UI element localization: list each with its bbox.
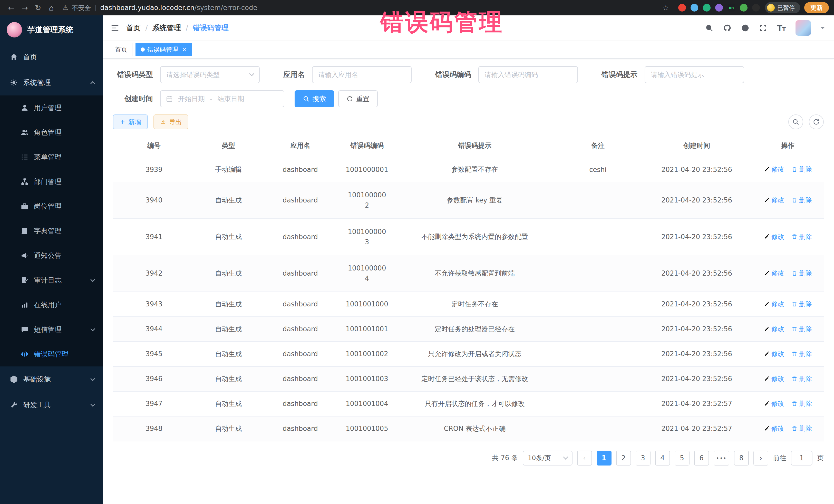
error-type-select[interactable]: 请选择错误码类型 — [160, 66, 260, 83]
tab-error-code[interactable]: 错误码管理 × — [135, 43, 192, 56]
extension-icons: on — [678, 4, 760, 12]
edit-link[interactable]: 修改 — [764, 300, 784, 308]
github-icon[interactable] — [723, 24, 731, 32]
page-button-2[interactable]: 2 — [616, 451, 631, 465]
user-avatar[interactable] — [795, 20, 811, 36]
delete-link[interactable]: 删除 — [791, 196, 812, 204]
reset-button[interactable]: 重置 — [338, 90, 378, 107]
page-button-4[interactable]: 4 — [655, 451, 670, 465]
active-dot-icon — [140, 47, 145, 51]
browser-home-icon[interactable]: ⌂ — [45, 3, 58, 12]
edit-link[interactable]: 修改 — [764, 399, 784, 408]
sidebar-item-audit-log[interactable]: 审计日志 — [0, 268, 103, 292]
table-row: 3947 自动生成 dashboard 1001001004 只有开启状态的任务… — [113, 391, 824, 416]
pencil-icon — [764, 376, 770, 382]
extension-red-icon[interactable] — [678, 4, 686, 12]
app-name-input[interactable] — [312, 66, 412, 83]
error-code-label: 错误码编码 — [435, 70, 471, 80]
sidebar-toggle-icon[interactable] — [111, 24, 119, 32]
page-button-8[interactable]: 8 — [734, 451, 749, 465]
delete-link[interactable]: 删除 — [791, 374, 812, 383]
sidebar-item-error-code[interactable]: 错误码管理 — [0, 342, 103, 367]
sidebar-item-departments[interactable]: 部门管理 — [0, 169, 103, 194]
show-search-button[interactable] — [788, 114, 803, 129]
address-separator: | — [95, 4, 97, 11]
sidebar-item-online-users[interactable]: 在线用户 — [0, 292, 103, 317]
sidebar-item-users[interactable]: 用户管理 — [0, 95, 103, 120]
extension-purple-icon[interactable] — [715, 4, 723, 12]
next-page-button[interactable]: › — [753, 451, 768, 465]
forward-icon[interactable]: → — [19, 3, 31, 12]
sidebar-item-system[interactable]: 系统管理 — [0, 70, 103, 95]
extension-pin-icon[interactable] — [752, 4, 760, 12]
page-button-1[interactable]: 1 — [597, 451, 612, 465]
pagination-more-button[interactable]: ••• — [714, 451, 729, 465]
browser-update-button[interactable]: 更新 — [804, 2, 829, 13]
pencil-icon — [764, 234, 770, 240]
delete-link[interactable]: 删除 — [791, 233, 812, 241]
address-bar[interactable]: ⚠ 不安全 | dashboard.yudao.iocoder.cn/syste… — [59, 4, 673, 12]
extension-green-icon[interactable] — [703, 4, 710, 12]
trash-icon — [791, 351, 797, 357]
search-icon[interactable] — [705, 24, 714, 32]
extension-blue-icon[interactable] — [690, 4, 698, 12]
font-size-icon[interactable]: TT — [777, 24, 786, 32]
profile-paused-chip[interactable]: 已暂停 — [765, 2, 800, 13]
delete-link[interactable]: 删除 — [791, 165, 812, 174]
extension-on-icon[interactable]: on — [727, 4, 735, 12]
refresh-table-button[interactable] — [809, 114, 824, 129]
edit-link[interactable]: 修改 — [764, 424, 784, 433]
end-date-placeholder: 结束日期 — [217, 94, 244, 104]
edit-link[interactable]: 修改 — [764, 325, 784, 333]
sidebar-item-roles[interactable]: 角色管理 — [0, 120, 103, 145]
delete-link[interactable]: 删除 — [791, 269, 812, 278]
sidebar-item-infrastructure[interactable]: 基础设施 — [0, 367, 103, 392]
delete-link[interactable]: 删除 — [791, 300, 812, 308]
delete-link[interactable]: 删除 — [791, 424, 812, 433]
edit-link[interactable]: 修改 — [764, 269, 784, 278]
avatar-caret-icon[interactable] — [821, 27, 825, 31]
sidebar-item-posts[interactable]: 岗位管理 — [0, 194, 103, 219]
back-icon[interactable]: ← — [5, 3, 18, 12]
chevron-down-icon — [90, 376, 95, 381]
delete-link[interactable]: 删除 — [791, 350, 812, 358]
edit-link[interactable]: 修改 — [764, 196, 784, 204]
edit-link[interactable]: 修改 — [764, 374, 784, 383]
page-size-select[interactable]: 10条/页 — [523, 451, 572, 465]
extension-green2-icon[interactable] — [740, 4, 748, 12]
sidebar-item-sms[interactable]: 短信管理 — [0, 317, 103, 342]
app-logo[interactable]: 芋道管理系统 — [0, 15, 103, 44]
reload-icon[interactable]: ↻ — [32, 3, 44, 12]
edit-link[interactable]: 修改 — [764, 165, 784, 174]
prev-page-button[interactable]: ‹ — [577, 451, 592, 465]
date-range-picker[interactable]: 开始日期 - 结束日期 — [160, 90, 284, 107]
sidebar-item-menus[interactable]: 菜单管理 — [0, 145, 103, 169]
page-button-3[interactable]: 3 — [636, 451, 651, 465]
sidebar-item-home[interactable]: 首页 — [0, 44, 103, 70]
pencil-icon — [764, 326, 770, 332]
help-icon[interactable] — [741, 24, 749, 32]
close-icon[interactable]: × — [182, 46, 187, 53]
search-button[interactable]: 搜索 — [294, 90, 334, 107]
delete-link[interactable]: 删除 — [791, 325, 812, 333]
export-button[interactable]: 导出 — [153, 114, 188, 129]
add-button[interactable]: 新增 — [113, 114, 148, 129]
delete-link[interactable]: 删除 — [791, 399, 812, 408]
refresh-icon — [347, 95, 353, 102]
breadcrumb-system[interactable]: 系统管理 — [152, 23, 181, 33]
sidebar-item-dev-tools[interactable]: 研发工具 — [0, 392, 103, 418]
sidebar-item-notices[interactable]: 通知公告 — [0, 243, 103, 268]
fullscreen-icon[interactable] — [759, 24, 767, 32]
error-hint-input[interactable] — [644, 66, 744, 83]
error-code-input[interactable] — [478, 66, 578, 83]
goto-page-input[interactable] — [791, 451, 812, 465]
page-button-6[interactable]: 6 — [694, 451, 709, 465]
pencil-icon — [764, 197, 770, 203]
page-button-5[interactable]: 5 — [675, 451, 689, 465]
edit-link[interactable]: 修改 — [764, 233, 784, 241]
edit-link[interactable]: 修改 — [764, 350, 784, 358]
breadcrumb-home[interactable]: 首页 — [126, 23, 140, 33]
tab-home[interactable]: 首页 — [110, 43, 132, 56]
bookmark-star-icon[interactable]: ☆ — [663, 4, 669, 12]
sidebar-item-dictionary[interactable]: 字典管理 — [0, 219, 103, 243]
